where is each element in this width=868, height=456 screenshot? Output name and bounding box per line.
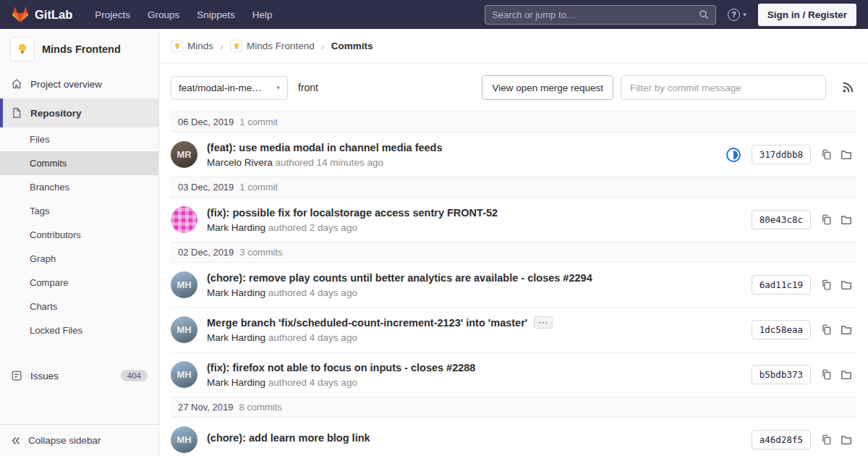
sidebar-subitem-commits[interactable]: Commits [0,151,158,175]
commit-author-avatar[interactable] [171,206,197,233]
copy-icon [821,279,832,290]
commit-title-link[interactable]: Merge branch 'fix/scheduled-count-increm… [207,317,527,329]
sidebar-item-label: Repository [30,108,82,119]
sidebar-subitem-label: Branches [30,182,69,193]
browse-files-button[interactable] [836,430,856,450]
commit-row: MH (chore): add learn more blog link a46… [171,418,856,456]
sidebar-subitem-label: Locked Files [30,325,82,336]
commit-rows: MH (chore): add learn more blog link a46… [171,418,856,456]
folder-icon [841,279,852,291]
sidebar-subitem-locked-files[interactable]: Locked Files [0,318,158,342]
commit-author-avatar[interactable]: MR [171,141,197,168]
commit-author-link[interactable]: Mark Harding [207,287,265,298]
sign-in-register-button[interactable]: Sign in / Register [758,4,856,26]
view-open-merge-request-button[interactable]: View open merge request [482,75,613,100]
help-dropdown[interactable]: ? ▾ [728,9,746,21]
collapse-sidebar-button[interactable]: Collapse sidebar [0,424,158,456]
navbar-right: ? ▾ Sign in / Register [485,4,856,26]
breadcrumb-label: Minds [187,41,213,51]
copy-sha-button[interactable] [817,210,836,229]
commit-meta: Mark Harding authored 2 days ago [207,222,741,233]
commit-title-link[interactable]: (fix): possible fix for localstorage acc… [207,207,498,219]
commit-row: MH (chore): remove play counts until bet… [171,263,856,307]
commit-author-avatar[interactable]: MH [171,316,197,343]
browse-files-button[interactable] [836,275,856,295]
global-search[interactable] [485,5,716,25]
folder-icon [841,369,852,381]
breadcrumb-item-minds-frontend[interactable]: Minds Frontend [230,40,315,52]
commit-author-avatar[interactable]: MH [171,361,197,388]
breadcrumb-item-minds[interactable]: Minds [171,40,213,52]
commits-feed-button[interactable] [839,79,856,96]
commit-main: (fix): possible fix for localstorage acc… [207,207,741,233]
commit-sha-link[interactable]: 1dc58eaa [752,320,811,339]
commit-sha-link[interactable]: 80e43c8c [752,210,811,229]
sidebar-subitem-compare[interactable]: Compare [0,271,158,295]
commit-rows: (fix): possible fix for localstorage acc… [171,198,856,242]
sidebar-subitem-label: Charts [30,301,57,312]
breadcrumb-separator-icon: › [321,40,325,52]
lightbulb-icon [15,42,30,56]
browse-files-button[interactable] [836,320,856,340]
copy-sha-button[interactable] [817,365,836,384]
ci-status-running-icon[interactable] [726,147,741,163]
commit-actions: 80e43c8c [752,210,856,230]
nav-link-help[interactable]: Help [244,5,281,25]
copy-sha-button[interactable] [817,275,836,295]
search-input[interactable] [492,9,699,20]
commit-author-link[interactable]: Mark Harding [207,222,265,233]
branch-selector-value: feat/modal-in-me… [179,83,272,93]
sidebar-item-repository[interactable]: Repository [0,98,158,127]
browse-files-button[interactable] [836,145,856,165]
commit-count-label: 1 commit [239,182,278,193]
commit-title-link[interactable]: (fix): firefox not able to focus on inpu… [207,362,475,373]
nav-link-projects[interactable]: Projects [87,5,138,25]
nav-link-groups[interactable]: Groups [140,5,187,25]
sidebar-subitem-files[interactable]: Files [0,127,158,151]
browse-files-button[interactable] [836,210,856,230]
avatar-initials: MH [176,369,191,380]
commit-meta: Mark Harding authored 4 days ago [207,287,741,298]
double-chevron-left-icon [11,436,21,446]
commit-date-header: 02 Dec, 2019 3 commits [171,242,856,263]
sidebar-subitem-tags[interactable]: Tags [0,199,158,223]
commit-authored-time: authored 4 days ago [268,377,357,388]
ref-path-label: front [298,82,318,93]
copy-sha-button[interactable] [817,145,836,164]
commit-main: (chore): add learn more blog link [207,432,741,447]
commit-sha-link[interactable]: b5bdb373 [752,365,811,384]
breadcrumb-item-commits[interactable]: Commits [331,41,373,51]
commit-author-link[interactable]: Mark Harding [207,332,265,343]
sidebar-subitem-branches[interactable]: Branches [0,175,158,199]
sidebar-item-issues[interactable]: Issues 404 [0,361,158,390]
commit-sha-link[interactable]: 6ad11c19 [752,275,811,295]
commit-author-avatar[interactable]: MH [171,271,197,298]
commit-description-toggle[interactable]: ⋯ [534,316,553,329]
home-icon [11,78,22,90]
commit-sha-link[interactable]: 317ddbb8 [752,145,811,164]
commit-title-link[interactable]: (chore): remove play counts until better… [207,272,592,284]
project-context-link[interactable]: Minds Frontend [0,29,158,69]
breadcrumb-avatar [171,40,183,52]
commit-title-link[interactable]: (chore): add learn more blog link [207,432,370,444]
rss-icon [842,82,854,93]
commit-sha-link[interactable]: a46d28f5 [752,430,811,449]
commit-author-link[interactable]: Marcelo Rivera [207,157,273,168]
gitlab-tanuki-icon [12,7,29,23]
nav-link-snippets[interactable]: Snippets [189,5,243,25]
sidebar-item-project-overview[interactable]: Project overview [0,69,158,98]
sidebar-subitem-contributors[interactable]: Contributors [0,223,158,247]
commit-title-link[interactable]: (feat): use media modal in channel media… [207,142,443,153]
navbar-links: ProjectsGroupsSnippetsHelp [87,5,280,25]
sidebar-subitem-charts[interactable]: Charts [0,295,158,318]
commit-author-link[interactable]: Mark Harding [207,377,265,388]
commit-author-avatar[interactable]: MH [171,426,197,453]
browse-files-button[interactable] [836,365,856,385]
sidebar-subitem-graph[interactable]: Graph [0,247,158,271]
sidebar-subitem-label: Compare [30,277,68,288]
branch-selector-dropdown[interactable]: feat/modal-in-me… ▾ [171,76,288,100]
copy-sha-button[interactable] [817,320,836,339]
filter-commit-message-input[interactable] [621,75,826,100]
copy-sha-button[interactable] [817,430,836,449]
gitlab-logo-link[interactable]: GitLab [12,7,72,23]
